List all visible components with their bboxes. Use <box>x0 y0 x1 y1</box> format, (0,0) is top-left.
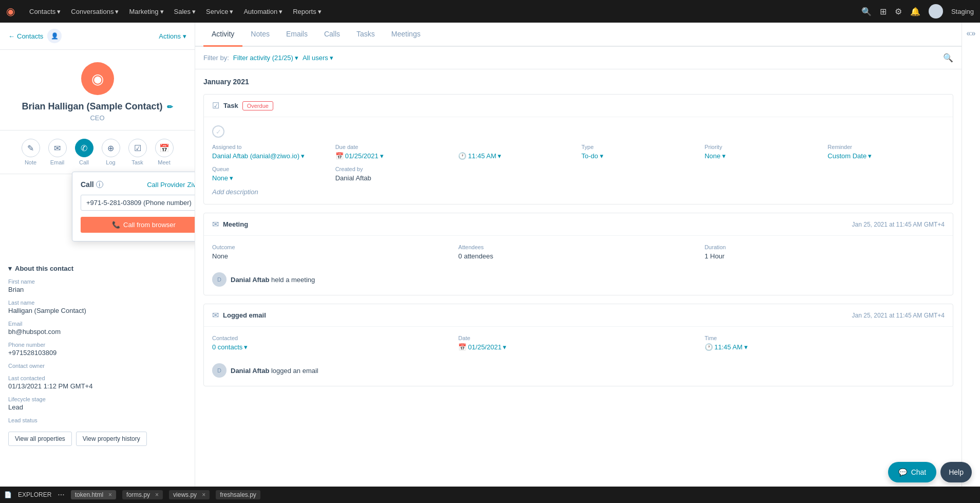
due-time-value[interactable]: 🕐 11:45 AM <box>458 152 575 160</box>
call-icon[interactable]: ✆ <box>75 139 93 157</box>
about-section-title[interactable]: ▾ About this contact <box>8 265 73 272</box>
task-action[interactable]: ☑ Task <box>128 139 147 165</box>
phone-call-icon: 📞 <box>112 221 120 229</box>
activity-search-icon[interactable]: 🔍 <box>943 53 953 63</box>
outcome-label: Outcome <box>212 244 452 250</box>
reminder-value[interactable]: Custom Date <box>827 152 945 160</box>
meeting-timestamp: Jan 25, 2021 at 11:45 AM GMT+4 <box>852 221 945 228</box>
file-token-label: token.html <box>75 491 103 498</box>
call-action[interactable]: ✆ Call <box>75 139 93 165</box>
nav-right: 🔍 ⊞ ⚙ 🔔 Staging <box>861 4 974 18</box>
task-card-body: ✓ Assigned to Danial Aftab (danial@ziwo.… <box>204 117 953 204</box>
view-property-history-button[interactable]: View property history <box>76 432 147 446</box>
attendees-value: 0 attendees <box>458 252 698 260</box>
outcome-value: None <box>212 252 452 260</box>
priority-field: Priority None <box>705 144 822 160</box>
call-info-icon[interactable]: i <box>96 181 103 188</box>
close-forms-icon[interactable]: × <box>155 491 159 498</box>
meeting-type-icon: ✉ <box>212 219 219 229</box>
log-action[interactable]: ⊕ Log <box>102 139 120 165</box>
view-all-properties-button[interactable]: View all properties <box>8 432 72 446</box>
nav-service[interactable]: Service <box>206 8 233 15</box>
file-freshsales-py[interactable]: freshsales.py <box>216 490 260 499</box>
phone-field: Phone number +971528103809 <box>8 342 186 357</box>
filter-activity-button[interactable]: Filter activity (21/25) <box>233 54 298 62</box>
call-provider-selector[interactable]: Call Provider Ziwo <box>147 181 195 189</box>
priority-value[interactable]: None <box>705 152 822 160</box>
settings-icon[interactable]: ⚙ <box>895 7 902 16</box>
file-forms-py[interactable]: forms.py × <box>122 490 163 499</box>
note-icon[interactable]: ✎ <box>22 139 40 157</box>
email-date-value[interactable]: 📅 01/25/2021 <box>458 343 698 351</box>
help-button[interactable]: Help <box>940 462 972 482</box>
all-users-filter-button[interactable]: All users <box>303 54 333 62</box>
type-value[interactable]: To-do <box>581 152 699 160</box>
overdue-badge: Overdue <box>242 101 273 110</box>
tab-calls[interactable]: Calls <box>316 23 348 47</box>
notifications-icon[interactable]: 🔔 <box>910 7 920 16</box>
email-value: bh@hubspot.com <box>8 328 186 336</box>
tab-emails[interactable]: Emails <box>278 23 316 47</box>
meeting-footer: D Danial Aftab held a meeting <box>212 266 945 287</box>
close-views-icon[interactable]: × <box>202 491 205 498</box>
search-icon[interactable]: 🔍 <box>861 7 872 16</box>
meet-action[interactable]: 📅 Meet <box>155 139 174 165</box>
tab-tasks[interactable]: Tasks <box>348 23 383 47</box>
call-from-browser-button[interactable]: 📞 Call from browser <box>81 217 195 233</box>
contacted-value[interactable]: 0 contacts <box>212 343 452 351</box>
nav-conversations[interactable]: Conversations <box>71 8 119 15</box>
email-action[interactable]: ✉ Email <box>48 139 67 165</box>
nav-automation[interactable]: Automation <box>243 8 282 15</box>
nav-reports[interactable]: Reports <box>293 8 322 15</box>
lifecycle-label: Lifecycle stage <box>8 396 186 402</box>
tab-notes[interactable]: Notes <box>242 23 278 47</box>
apps-icon[interactable]: ⊞ <box>880 7 887 16</box>
nav-marketing[interactable]: Marketing <box>129 8 163 15</box>
file-icon: 📄 <box>4 491 12 498</box>
nav-sales[interactable]: Sales <box>174 8 196 15</box>
email-time-label: Time <box>705 335 945 341</box>
file-token-html[interactable]: token.html × <box>71 490 116 499</box>
user-avatar[interactable] <box>929 4 943 18</box>
file-views-py[interactable]: views.py × <box>169 490 210 499</box>
back-to-contacts[interactable]: ← Contacts <box>8 32 43 40</box>
tab-activity[interactable]: Activity <box>203 23 242 47</box>
collapse-panel-icon[interactable]: «» <box>967 29 976 38</box>
tab-meetings[interactable]: Meetings <box>383 23 429 47</box>
staging-button[interactable]: Staging <box>951 8 974 15</box>
log-icon[interactable]: ⊕ <box>102 139 120 157</box>
assigned-to-value[interactable]: Danial Aftab (danial@ziwo.io) <box>212 152 329 160</box>
email-description: Danial Aftab logged an email <box>231 367 318 375</box>
meet-icon[interactable]: 📅 <box>155 139 174 157</box>
email-time-value[interactable]: 🕐 11:45 AM <box>705 343 945 351</box>
priority-label: Priority <box>705 144 822 150</box>
first-name-field: First name Brian <box>8 278 186 293</box>
meeting-actor-avatar: D <box>212 272 227 287</box>
due-time-field: 🕐 11:45 AM <box>458 144 575 160</box>
task-icon[interactable]: ☑ <box>128 139 147 157</box>
phone-number-select[interactable]: +971-5-281-03809 (Phone number) ▾ <box>81 195 195 211</box>
file-views-label: views.py <box>173 491 197 498</box>
created-by-label: Created by <box>335 166 453 172</box>
explorer-menu-icon[interactable]: ··· <box>58 490 64 499</box>
owner-label: Contact owner <box>8 363 186 369</box>
email-calendar-icon: 📅 <box>458 343 466 351</box>
actions-button[interactable]: Actions <box>159 32 186 40</box>
due-date-value[interactable]: 📅 01/25/2021 <box>335 152 453 160</box>
chat-button[interactable]: 💬 Chat <box>888 462 937 482</box>
task-complete-checkbox[interactable]: ✓ <box>212 125 224 138</box>
close-token-icon[interactable]: × <box>108 491 112 498</box>
contact-person-icon: 👤 <box>47 29 62 43</box>
edit-contact-icon[interactable]: ✏ <box>167 103 173 111</box>
reminder-field: Reminder Custom Date <box>827 144 945 160</box>
explorer-label[interactable]: EXPLORER <box>18 491 51 498</box>
add-description-button[interactable]: Add description <box>212 188 945 196</box>
breadcrumb-left: ← Contacts 👤 <box>8 29 62 43</box>
nav-contacts[interactable]: Contacts <box>29 8 61 15</box>
queue-value[interactable]: None <box>212 174 329 182</box>
email-card-body: Contacted 0 contacts Date 📅 01/25/2021 <box>204 327 953 386</box>
email-icon[interactable]: ✉ <box>48 139 67 157</box>
contact-name: Brian Halligan (Sample Contact) ✏ <box>8 101 186 112</box>
note-action[interactable]: ✎ Note <box>22 139 40 165</box>
queue-field: Queue None <box>212 166 329 182</box>
